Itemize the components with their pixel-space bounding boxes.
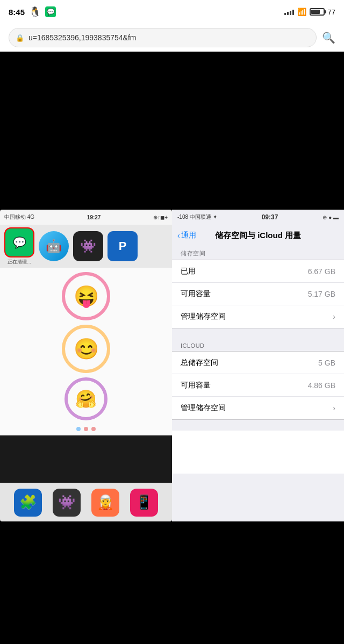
battery-fill [311,10,320,14]
orange-emoji-char: 😊 [74,337,99,361]
storage-section-header: 储存空间 [172,246,344,260]
icloud-group: 总储存空间 5 GB 可用容量 4.86 GB 管理储存空间 › [172,351,344,420]
settings-nav: ‹ 通用 储存空间与 iCloud 用量 [172,225,344,246]
left-time: 19:27 [87,214,101,220]
icloud-available-label: 可用容量 [181,381,211,390]
lavender-emoji-circle: 🤗 [64,377,108,420]
lock-icon: 🔒 [16,34,24,42]
page-title: 储存空间与 iCloud 用量 [215,231,301,241]
url-text: u=1685325396,1993835754&fm [28,33,310,42]
storage-used-label: 已用 [181,267,196,276]
icloud-total-row: 总储存空间 5 GB [172,352,344,374]
empty-area [172,431,344,474]
dot-1 [76,427,81,431]
dock-icon-3[interactable]: 🧝 [91,489,119,517]
icloud-manage-row[interactable]: 管理储存空间 › [172,397,344,419]
pink-emoji-circle: 😝 [62,272,110,320]
storage-used-row: 已用 6.67 GB [172,260,344,283]
dock-icon-4[interactable]: 📱 [130,489,158,517]
screenshot-composite: 中国移动 4G 19:27 ⊕↑◼+ 💬 正在清理... 🤖 👾 P [0,204,344,538]
battery-icon [310,8,325,16]
storage-available-value: 5.17 GB [308,290,335,298]
left-status-bar: 中国移动 4G 19:27 ⊕↑◼+ [0,210,172,225]
left-phone-screenshot: 中国移动 4G 19:27 ⊕↑◼+ 💬 正在清理... 🤖 👾 P [0,210,172,521]
right-time: 09:37 [262,213,278,221]
storage-group: 已用 6.67 GB 可用容量 5.17 GB 管理储存空间 › [172,260,344,328]
dark-face-icon[interactable]: 👾 [73,231,103,261]
status-right: 📶 77 [284,8,335,16]
icloud-available-row: 可用容量 4.86 GB [172,374,344,397]
right-carrier: -108 中国联通 ✦ [177,213,217,221]
dot-3 [91,427,96,431]
search-icon[interactable]: 🔍 [322,31,335,44]
right-icons: ⊕ ● ▬ [322,214,339,220]
app-grid: 💬 正在清理... 🤖 👾 P [0,225,172,268]
back-button[interactable]: ‹ 通用 [177,231,196,240]
dock-icon-2[interactable]: 👾 [53,489,81,517]
back-label: 通用 [181,231,196,240]
lavender-emoji-char: 🤗 [75,389,97,409]
black-bottom-area [0,536,344,644]
dot-2 [84,427,88,431]
icloud-section-header: ICLOUD [172,339,344,351]
qq-icon: 🐧 [29,6,41,18]
icloud-manage-chevron: › [333,404,335,412]
storage-available-label: 可用容量 [181,289,211,299]
battery-percent: 77 [328,8,335,16]
time-display: 8:45 [9,8,25,17]
icloud-total-label: 总储存空间 [181,358,218,368]
wifi-icon: 📶 [297,8,306,16]
orange-emoji-circle: 😊 [62,325,110,373]
manage-storage-chevron: › [333,312,335,321]
wechat-label: 正在清理... [8,259,31,266]
wechat-app-icon[interactable]: 💬 [4,227,34,257]
emoji-section: 😝 😊 🤗 [0,268,172,435]
dots-row [76,427,96,431]
icloud-total-value: 5 GB [318,359,335,367]
dock-icon-1[interactable]: 🧩 [14,489,42,517]
storage-available-row: 可用容量 5.17 GB [172,283,344,305]
left-icons: ⊕↑◼+ [153,214,168,220]
manage-storage-label: 管理储存空间 [181,312,226,321]
icloud-manage-label: 管理储存空间 [181,403,226,413]
manage-storage-row[interactable]: 管理储存空间 › [172,305,344,328]
right-phone-screenshot: -108 中国联通 ✦ 09:37 ⊕ ● ▬ ‹ 通用 储存空间与 iClou… [172,210,344,521]
parking-icon[interactable]: P [108,231,138,261]
icloud-available-value: 4.86 GB [308,381,335,390]
chevron-left-icon: ‹ [177,231,180,240]
right-status-bar: -108 中国联通 ✦ 09:37 ⊕ ● ▬ [172,210,344,225]
wechat-icon: 💬 [45,6,56,17]
left-carrier: 中国移动 4G [4,213,34,221]
blue-bot-icon[interactable]: 🤖 [39,231,69,261]
status-left: 8:45 🐧 💬 [9,6,56,18]
storage-used-value: 6.67 GB [308,267,335,276]
address-bar: 🔒 u=1685325396,1993835754&fm 🔍 [0,24,344,52]
pink-emoji-char: 😝 [74,284,99,308]
dock-bar: 🧩 👾 🧝 📱 [0,483,172,521]
signal-icon [284,9,294,15]
url-bar[interactable]: 🔒 u=1685325396,1993835754&fm [9,28,317,47]
status-bar: 8:45 🐧 💬 📶 77 [0,0,344,24]
